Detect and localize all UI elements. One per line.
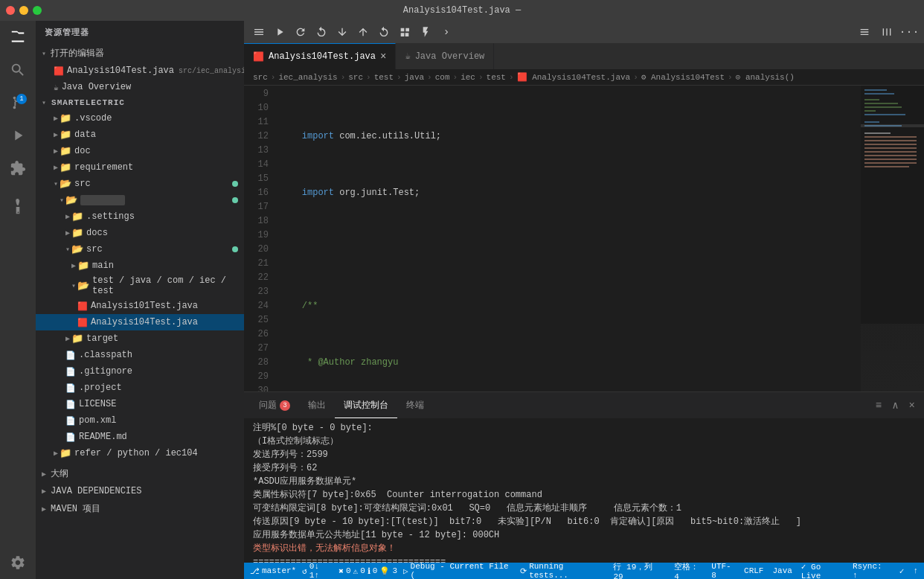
lightning-button[interactable] [415,22,436,42]
extensions-icon[interactable] [7,158,28,179]
tree-item-main[interactable]: ▶ 📁 main [36,257,244,274]
tab-java-overview[interactable]: ☕ Java Overview [396,43,494,69]
tree-item-target[interactable]: ▶ 📁 target [36,330,244,347]
panel-tab-problems[interactable]: 问题 3 [250,392,299,418]
close-panel-button[interactable]: × [906,398,918,413]
source-control-icon[interactable]: 1 [7,92,28,113]
tree-item-gitignore[interactable]: 📄 .gitignore [36,363,244,380]
modified-badge [232,197,238,203]
settings-icon[interactable] [7,552,28,573]
check-status[interactable]: ✓ [899,566,905,576]
restart-button[interactable] [373,22,394,42]
tab-analysis104[interactable]: 🟥 Analysis104Test.java × [244,43,396,69]
breadcrumb-item[interactable]: ⊙ analysis() [736,72,795,82]
terminal-line: 接受序列号：62 [253,461,915,475]
tree-item-src[interactable]: ▾ 📂 src [36,176,244,192]
breadcrumb-item[interactable]: com [435,73,450,82]
indent-status[interactable]: 空格：4 [674,561,702,580]
editor-area: 910111213 1415161718 1920212223 24252627… [244,86,924,563]
step-out-button[interactable] [353,22,373,42]
tree-item-data[interactable]: ▶ 📁 data [36,127,244,143]
panel-tab-debug-console[interactable]: 调试控制台 [335,392,397,418]
code-line: * @Author zhangyu [277,356,861,370]
git-branch-status[interactable]: ⎇ master* [250,566,296,576]
step-over-button[interactable] [311,22,332,42]
breadcrumb-item[interactable]: src [253,73,268,82]
filter-icon[interactable]: ≡ [873,398,885,413]
collapse-panel-button[interactable]: ∧ [889,397,901,413]
layout-button[interactable] [854,22,875,42]
cursor-position[interactable]: 行 19，列 29 [613,561,665,580]
info-count: 0 [373,566,378,575]
running-icon: ⟳ [520,566,527,576]
encoding-status[interactable]: UTF-8 [711,562,735,579]
open-editor-item-analysis[interactable]: 🟥 Analysis104Test.java src/iec_analysi… [36,63,244,79]
run-debug-icon[interactable] [7,125,28,146]
svg-rect-10 [864,132,891,134]
tree-item-src2[interactable]: ▾ 📂 src [36,241,244,257]
sync-status[interactable]: ↺ 0↓ 1↑ [302,562,333,579]
search-icon[interactable] [7,60,28,80]
expand-button[interactable]: › [436,22,457,42]
split-button[interactable] [394,22,415,42]
breadcrumb-item[interactable]: test [487,73,506,82]
errors-status[interactable]: ✖ 0 ⚠ 0 ℹ 0 💡 3 [339,566,397,576]
tree-item-docs[interactable]: ▶ 📁 docs [36,225,244,241]
tree-item-refer[interactable]: ▶ 📁 refer / python / iec104 [36,445,244,461]
code-editor[interactable]: import com.iec.utils.Util; import org.ju… [277,86,861,391]
java-dependencies-section[interactable]: ▶ JAVA DEPENDENCIES [36,483,244,499]
tree-item-project[interactable]: 📄 .project [36,380,244,396]
breadcrumb-item[interactable]: ⚙ Analysis104Test [641,72,725,82]
breadcrumb-item[interactable]: 🟥 Analysis104Test.java [517,72,631,82]
workspace-section[interactable]: ▾ SMARTELECTRIC [36,95,244,110]
toolbar: › ··· [244,21,924,43]
hint-count: 3 [392,566,397,575]
open-editor-item-java-overview[interactable]: ☕ Java Overview [36,79,244,95]
tree-item-readme[interactable]: 📄 README.md [36,429,244,445]
tree-item-classpath[interactable]: 📄 .classpath [36,347,244,363]
tree-item-vscode[interactable]: ▶ 📁 .vscode [36,110,244,127]
files-icon[interactable] [7,27,28,48]
breadcrumb-item[interactable]: java [405,73,424,82]
go-live-status[interactable]: ✓ Go Live [801,562,844,580]
step-into-button[interactable] [332,22,353,42]
testing-icon[interactable] [7,196,28,217]
breadcrumb-item[interactable]: test [374,73,394,82]
tree-item-requirement[interactable]: ▶ 📁 requirement [36,159,244,176]
breadcrumb-item[interactable]: iec_analysis [278,73,337,82]
language-status[interactable]: Java [772,566,792,575]
panel-tab-output[interactable]: 输出 [299,392,335,418]
tree-item-license[interactable]: 📄 LICENSE [36,396,244,412]
run-toolbar-button[interactable] [269,22,290,42]
maven-section[interactable]: ▶ MAVEN 项目 [36,499,244,518]
menu-icon[interactable] [248,22,269,42]
open-editors-section[interactable]: ▾ 打开的编辑器 [36,44,244,63]
sync-icon: ↺ [302,566,307,576]
tree-item-doc[interactable]: ▶ 📁 doc [36,143,244,159]
panel-tab-terminal[interactable]: 终端 [397,392,433,418]
tree-item-sub-folder[interactable]: ▾ 📂 [36,192,244,208]
breadcrumb-item[interactable]: iec [461,73,475,82]
tree-item-analysis104[interactable]: 🟥 Analysis104Test.java [36,314,244,330]
tree-item-settings[interactable]: ▶ 📁 .settings [36,208,244,225]
close-button[interactable] [6,6,15,15]
more-button[interactable]: ··· [899,22,920,42]
line-ending-status[interactable]: CRLF [744,566,763,575]
tree-item-pom[interactable]: 📄 pom.xml [36,412,244,429]
terminal-line: 可变结构限定词[8 byte]:可变结构限定词:0x01 SQ=0 信息元素地址… [253,502,915,515]
refresh-button[interactable] [290,22,311,42]
tree-item-analysis101[interactable]: 🟥 Analysis101Test.java [36,298,244,314]
upload-status[interactable]: ↑ [913,566,918,575]
svg-rect-13 [864,144,917,145]
split-editor-button[interactable] [876,22,897,42]
minimize-button[interactable] [19,6,28,15]
maximize-button[interactable] [33,6,42,15]
terminal-panel: 问题 3 输出 调试控制台 终端 ≡ ∧ × [244,391,924,563]
tab-close-button[interactable]: × [380,51,386,63]
outline-section[interactable]: ▶ 大纲 [36,464,244,483]
debug-status[interactable]: ▷ Debug - Current File ( [403,562,514,579]
breadcrumb-item[interactable]: src [348,73,363,82]
modified-badge [232,246,238,252]
rsync-status[interactable]: Rsync: ↑ [853,562,891,579]
tree-item-test-path[interactable]: ▾ 📂 test / java / com / iec / test [36,274,244,298]
